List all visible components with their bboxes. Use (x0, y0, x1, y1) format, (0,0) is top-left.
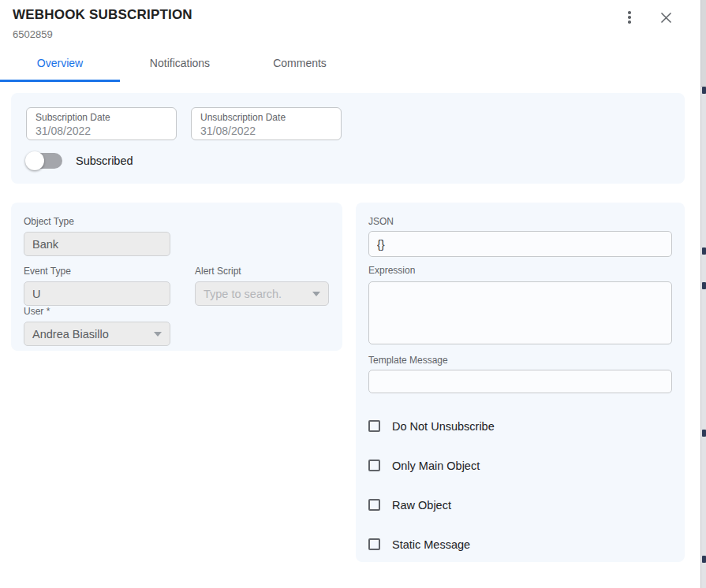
record-id: 6502859 (13, 28, 688, 40)
do-not-unsubscribe-label: Do Not Unsubscribe (392, 420, 495, 433)
user-label: User * (24, 306, 330, 317)
tab-comments[interactable]: Comments (240, 49, 360, 82)
object-type-input: Bank (24, 232, 170, 256)
json-label: JSON (368, 216, 672, 227)
chevron-down-icon (312, 292, 320, 296)
tab-overview[interactable]: Overview (0, 49, 120, 82)
background-text-fragment (702, 87, 706, 94)
object-type-field: Object Type Bank (24, 216, 330, 256)
more-options-button[interactable] (620, 8, 639, 27)
message-panel: JSON Expression Template Message Do Not … (356, 203, 685, 562)
raw-object-row[interactable]: Raw Object (368, 497, 672, 512)
event-alert-row: Event Type U Alert Script Type to search… (24, 266, 330, 306)
header-actions (620, 8, 675, 27)
do-not-unsubscribe-checkbox[interactable] (368, 420, 380, 432)
unsubscription-date-field[interactable]: Unsubscription Date 31/08/2022 (191, 107, 342, 140)
unsubscription-date-value: 31/08/2022 (200, 125, 332, 138)
template-message-input[interactable] (368, 370, 672, 393)
do-not-unsubscribe-row[interactable]: Do Not Unsubscribe (368, 419, 672, 434)
raw-object-checkbox[interactable] (368, 499, 380, 511)
webhook-subscription-modal: WEBHOOK SUBSCRIPTION 6502859 Overview No… (0, 0, 700, 588)
user-value: Andrea Biasillo (32, 328, 109, 341)
subscription-date-field[interactable]: Subscription Date 31/08/2022 (26, 107, 177, 140)
alert-script-label: Alert Script (195, 266, 329, 277)
object-type-value: Bank (32, 238, 58, 251)
alert-script-placeholder: Type to search. (204, 288, 282, 300)
expression-textarea[interactable] (368, 281, 672, 344)
subscribed-toggle[interactable] (27, 153, 62, 169)
background-text-fragment (702, 430, 706, 437)
background-table-header (701, 0, 706, 87)
chevron-down-icon (154, 332, 162, 337)
background-text-fragment (702, 556, 706, 563)
only-main-object-checkbox[interactable] (368, 460, 380, 471)
unsubscription-date-label: Unsubscription Date (200, 112, 332, 124)
subscription-date-value: 31/08/2022 (35, 125, 167, 138)
user-select: Andrea Biasillo (24, 322, 170, 346)
modal-header: WEBHOOK SUBSCRIPTION 6502859 (0, 0, 700, 40)
tab-bar: Overview Notifications Comments (0, 49, 700, 82)
event-type-label: Event Type (24, 266, 170, 277)
toggle-knob (25, 151, 44, 170)
close-icon (660, 12, 672, 24)
static-message-checkbox[interactable] (368, 538, 380, 550)
kebab-menu-icon (628, 11, 631, 24)
alert-script-field: Alert Script Type to search. (195, 266, 329, 306)
subscribed-toggle-row: Subscribed (26, 151, 670, 171)
raw-object-label: Raw Object (392, 499, 451, 512)
static-message-row[interactable]: Static Message (368, 537, 672, 552)
json-input[interactable] (368, 231, 672, 257)
event-type-value: U (32, 288, 40, 300)
background-text-fragment (702, 282, 706, 289)
user-field: User * Andrea Biasillo (24, 306, 330, 346)
page-title: WEBHOOK SUBSCRIPTION (13, 7, 688, 23)
static-message-label: Static Message (392, 538, 470, 551)
template-message-label: Template Message (368, 355, 672, 366)
subscription-panel: Subscription Date 31/08/2022 Unsubscript… (11, 93, 685, 184)
event-type-input: U (24, 281, 170, 306)
details-panel: Object Type Bank Event Type U Alert Scri… (11, 203, 342, 351)
date-row: Subscription Date 31/08/2022 Unsubscript… (26, 107, 670, 140)
subscribed-label: Subscribed (76, 154, 133, 167)
object-type-label: Object Type (24, 216, 330, 227)
subscription-date-label: Subscription Date (35, 112, 167, 124)
event-type-field: Event Type U (24, 266, 170, 306)
only-main-object-label: Only Main Object (392, 460, 480, 472)
alert-script-select: Type to search. (195, 281, 329, 306)
only-main-object-row[interactable]: Only Main Object (368, 458, 672, 473)
background-page-edge (700, 0, 706, 588)
tab-notifications[interactable]: Notifications (120, 49, 240, 82)
flags-checkbox-list: Do Not Unsubscribe Only Main Object Raw … (368, 419, 672, 552)
background-text-fragment (702, 247, 706, 255)
expression-label: Expression (368, 265, 672, 276)
close-button[interactable] (656, 8, 675, 27)
